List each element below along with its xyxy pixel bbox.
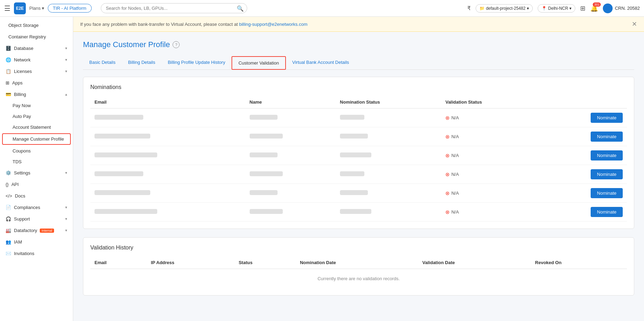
tab-billing-profile-history[interactable]: Billing Profile Update History (161, 56, 232, 69)
nomination-action[interactable]: Nominate (539, 165, 627, 184)
support-icon: 🎧 (6, 216, 11, 222)
nominate-button[interactable]: Nominate (591, 188, 623, 198)
plans-chevron-icon: ▾ (42, 6, 44, 11)
support-label: Support (14, 216, 30, 222)
sidebar-item-datafactory[interactable]: 🏭 Datafactory Internal ▾ (0, 225, 73, 236)
avatar: 👤 (603, 3, 613, 13)
support-chevron-icon: ▾ (65, 217, 67, 221)
sidebar-subitem-auto-pay[interactable]: Auto Pay (0, 111, 73, 122)
docs-icon: </> (6, 193, 12, 199)
validation-status: ⊗N/A (441, 127, 539, 146)
vh-col-ip: IP Address (147, 256, 235, 269)
api-icon: {} (6, 182, 9, 187)
col-actions (539, 96, 627, 109)
validation-status: ⊗N/A (441, 109, 539, 127)
folder-icon: 📁 (479, 6, 485, 11)
nominate-button[interactable]: Nominate (591, 113, 623, 123)
internal-badge: Internal (40, 229, 54, 233)
sidebar-item-database[interactable]: 🗄️ Database ▾ (0, 43, 73, 54)
vh-col-revoked-on: Revoked On (531, 256, 627, 269)
nominate-button[interactable]: Nominate (591, 132, 623, 142)
banner-email[interactable]: billing-support@e2enetworks.com (239, 22, 308, 27)
sidebar-item-compliances[interactable]: 📄 Compliances ▾ (0, 202, 73, 213)
region-selector[interactable]: 📍 Delhi-NCR ▾ (538, 4, 575, 13)
nominate-button[interactable]: Nominate (591, 169, 623, 179)
help-icon[interactable]: ? (173, 41, 180, 48)
billing-icon: 💳 (6, 92, 11, 97)
sidebar-subitem-tds[interactable]: TDS (0, 156, 73, 167)
col-name: Name (245, 96, 336, 109)
sidebar-item-billing[interactable]: 💳 Billing ▴ (0, 89, 73, 100)
nomination-row: ⊗N/ANominate (90, 203, 627, 222)
nomination-status (336, 127, 441, 146)
nominate-button[interactable]: Nominate (591, 150, 623, 160)
sidebar-item-invitations[interactable]: ✉️ Invitations (0, 248, 73, 259)
vh-col-validation-date: Validation Date (418, 256, 531, 269)
nomination-action[interactable]: Nominate (539, 109, 627, 127)
vh-col-status: Status (234, 256, 296, 269)
sidebar-item-apps[interactable]: ⊞ Apps (0, 77, 73, 89)
nomination-email (90, 184, 245, 203)
apps-icon: ⊞ (6, 80, 9, 85)
network-icon: 🌐 (6, 57, 11, 62)
project-chevron-icon: ▾ (527, 6, 529, 11)
region-chevron-icon: ▾ (569, 6, 571, 11)
sidebar-subitem-pay-now[interactable]: Pay Now (0, 100, 73, 111)
licenses-label: Licenses (14, 69, 32, 74)
pay-now-label: Pay Now (13, 103, 31, 108)
nominate-button[interactable]: Nominate (591, 207, 623, 217)
nomination-row: ⊗N/ANominate (90, 165, 627, 184)
compliances-label: Compliances (14, 205, 40, 210)
sidebar-item-container-registry[interactable]: Container Registry (0, 31, 73, 43)
validation-history-card: Validation History Email IP Address Stat… (83, 237, 634, 296)
nomination-name (245, 184, 336, 203)
header-right: ₹ 📁 default-project-25482 ▾ 📍 Delhi-NCR … (467, 3, 640, 13)
sidebar-item-api[interactable]: {} API (0, 179, 73, 190)
tir-platform-button[interactable]: TIR - AI Platform (48, 4, 92, 13)
invitations-icon: ✉️ (6, 251, 11, 256)
sidebar-item-network[interactable]: 🌐 Network ▾ (0, 54, 73, 66)
sidebar-item-object-storage[interactable]: Object Storage (0, 20, 73, 31)
nomination-action[interactable]: Nominate (539, 127, 627, 146)
nomination-action[interactable]: Nominate (539, 184, 627, 203)
search-input[interactable] (101, 3, 247, 13)
tab-customer-validation[interactable]: Customer Validation (232, 56, 286, 70)
tab-basic-details[interactable]: Basic Details (83, 56, 122, 69)
sidebar-item-settings[interactable]: ⚙️ Settings ▾ (0, 167, 73, 179)
tab-virtual-bank-account[interactable]: Virtual Bank Account Details (286, 56, 355, 69)
nomination-email (90, 127, 245, 146)
datafactory-chevron-icon: ▾ (65, 228, 67, 233)
nomination-row: ⊗N/ANominate (90, 146, 627, 165)
user-menu[interactable]: 👤 CRN. 20582 (603, 3, 640, 13)
validation-status: ⊗N/A (441, 203, 539, 222)
manage-customer-profile-label: Manage Customer Profile (13, 136, 64, 142)
project-selector[interactable]: 📁 default-project-25482 ▾ (476, 4, 533, 13)
datafactory-icon: 🏭 (6, 228, 11, 233)
banner-close-button[interactable]: ✕ (632, 20, 637, 28)
nomination-action[interactable]: Nominate (539, 146, 627, 165)
nomination-status (336, 109, 441, 127)
settings-chevron-icon: ▾ (65, 171, 67, 175)
licenses-icon: 📋 (6, 69, 11, 74)
sidebar-subitem-manage-customer-profile[interactable]: Manage Customer Profile (2, 133, 71, 145)
sidebar-item-support[interactable]: 🎧 Support ▾ (0, 213, 73, 225)
nominations-table-wrap: Email Name Nomination Status Validation … (90, 96, 627, 222)
nomination-action[interactable]: Nominate (539, 203, 627, 222)
compliances-chevron-icon: ▾ (65, 205, 67, 210)
validation-history-empty-message: Currently there are no validation record… (90, 269, 627, 289)
notifications[interactable]: 🔔 301 (590, 5, 598, 12)
sidebar-subitem-coupons[interactable]: Coupons (0, 145, 73, 156)
plans-dropdown[interactable]: Plans ▾ (29, 6, 44, 11)
sidebar: Object Storage Container Registry 🗄️ Dat… (0, 17, 73, 321)
menu-icon[interactable]: ☰ (4, 4, 10, 13)
nomination-name (245, 127, 336, 146)
sidebar-item-iam[interactable]: 👥 IAM (0, 236, 73, 248)
sidebar-item-licenses[interactable]: 📋 Licenses ▾ (0, 66, 73, 77)
tab-billing-details[interactable]: Billing Details (122, 56, 161, 69)
sidebar-subitem-account-statement[interactable]: Account Statement (0, 122, 73, 133)
grid-icon[interactable]: ⊞ (580, 5, 585, 12)
sidebar-item-docs[interactable]: </> Docs (0, 190, 73, 202)
currency-icon[interactable]: ₹ (467, 5, 471, 12)
auto-pay-label: Auto Pay (13, 114, 31, 119)
validation-status: ⊗N/A (441, 184, 539, 203)
